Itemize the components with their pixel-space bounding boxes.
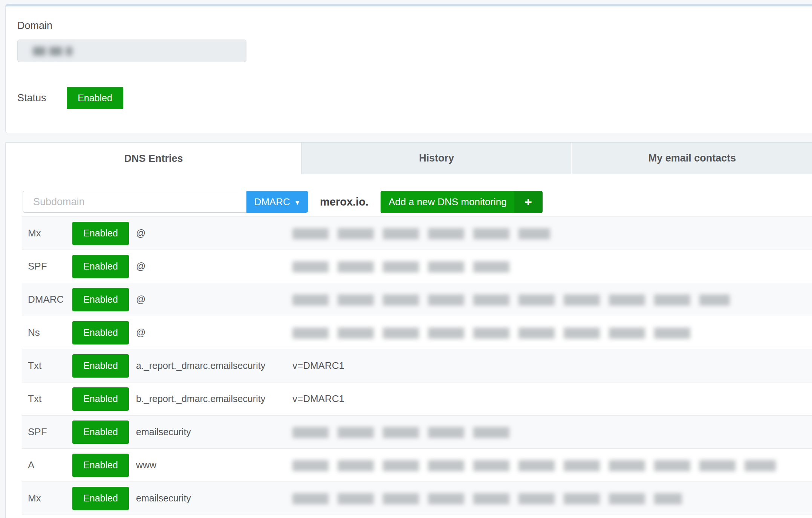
plus-icon[interactable]: + [514, 191, 542, 213]
status-badge[interactable]: Enabled [67, 87, 123, 109]
tab-dns-entries[interactable]: DNS Entries [6, 143, 302, 174]
redacted-value [292, 460, 776, 471]
table-row-partial [22, 515, 812, 518]
table-row[interactable]: Txt Enabled b._report._dmarc.emailsecuri… [22, 382, 812, 415]
record-name: a._report._dmarc.emailsecurity [129, 360, 292, 371]
record-name: emailsecurity [129, 493, 292, 504]
status-badge[interactable]: Enabled [72, 454, 129, 477]
dns-toolbar: DMARC ▼ merox.io. Add a new DNS monitori… [23, 191, 543, 213]
redacted-value [292, 328, 694, 339]
record-type: SPF [22, 426, 72, 438]
dns-panel-card: DNS Entries History My email contacts DM… [5, 142, 812, 518]
add-dns-monitoring-label: Add a new DNS monitoring [381, 191, 514, 213]
status-badge[interactable]: Enabled [72, 222, 129, 245]
status-badge[interactable]: Enabled [72, 288, 129, 311]
redacted-value [292, 228, 550, 239]
tab-my-email-contacts[interactable]: My email contacts [572, 143, 812, 174]
record-value: v=DMARC1 [292, 360, 812, 372]
record-value [292, 426, 812, 438]
record-value [292, 293, 812, 305]
record-type: A [22, 459, 72, 471]
redacted-value [292, 294, 730, 306]
record-value [292, 492, 812, 504]
redacted-value [292, 261, 514, 273]
caret-down-icon: ▼ [294, 200, 301, 206]
record-value [292, 326, 812, 338]
add-dns-monitoring-button[interactable]: Add a new DNS monitoring + [381, 191, 543, 213]
table-row[interactable]: A Enabled www [22, 448, 812, 481]
record-type: SPF [22, 261, 72, 272]
record-value: v=DMARC1 [292, 393, 812, 405]
status-badge[interactable]: Enabled [72, 387, 129, 411]
redacted-domain-value [33, 47, 72, 56]
status-badge[interactable]: Enabled [72, 255, 129, 278]
dns-monitoring-page: Domain Status Enabled DNS Entries Histor… [0, 0, 812, 518]
record-name: @ [129, 294, 292, 305]
table-row[interactable]: Txt Enabled a._report._dmarc.emailsecuri… [22, 349, 812, 382]
status-label: Status [17, 92, 46, 104]
record-type: DMARC [22, 294, 72, 305]
tab-history[interactable]: History [302, 143, 571, 174]
tabbar: DNS Entries History My email contacts [6, 143, 812, 174]
table-row[interactable]: SPF Enabled emailsecurity [22, 415, 812, 448]
record-type: Txt [22, 360, 72, 372]
record-value [292, 260, 812, 272]
record-name: @ [129, 261, 292, 272]
record-name: @ [129, 327, 292, 338]
table-row[interactable]: SPF Enabled @ [22, 250, 812, 283]
record-value [292, 459, 812, 471]
record-name: b._report._dmarc.emailsecurity [129, 393, 292, 404]
table-row[interactable]: Mx Enabled @ [22, 216, 812, 250]
status-badge[interactable]: Enabled [72, 321, 129, 344]
status-badge[interactable]: Enabled [72, 487, 129, 510]
record-type-dropdown[interactable]: DMARC ▼ [246, 191, 308, 213]
table-row[interactable]: Mx Enabled emailsecurity [22, 481, 812, 515]
domain-input[interactable] [17, 40, 246, 62]
table-row[interactable]: DMARC Enabled @ [22, 283, 812, 316]
redacted-value [292, 493, 682, 504]
record-name: emailsecurity [129, 427, 292, 437]
record-value [292, 227, 812, 239]
record-type: Mx [22, 227, 72, 239]
dns-entries-table: Mx Enabled @ SPF Enabled @ DMARC Enabled… [22, 216, 812, 518]
status-badge[interactable]: Enabled [72, 420, 129, 444]
record-type: Txt [22, 393, 72, 405]
record-type: Mx [22, 492, 72, 504]
table-row[interactable]: Ns Enabled @ [22, 316, 812, 349]
subdomain-input[interactable] [23, 191, 246, 213]
record-name: @ [129, 228, 292, 239]
record-type-dropdown-label: DMARC [254, 196, 290, 208]
domain-suffix-label: merox.io. [320, 196, 369, 208]
record-name: www [129, 460, 292, 471]
domain-label: Domain [17, 20, 52, 32]
record-type: Ns [22, 327, 72, 338]
redacted-value [292, 427, 514, 438]
status-badge[interactable]: Enabled [72, 354, 129, 378]
domain-status-card: Domain Status Enabled [5, 4, 812, 133]
